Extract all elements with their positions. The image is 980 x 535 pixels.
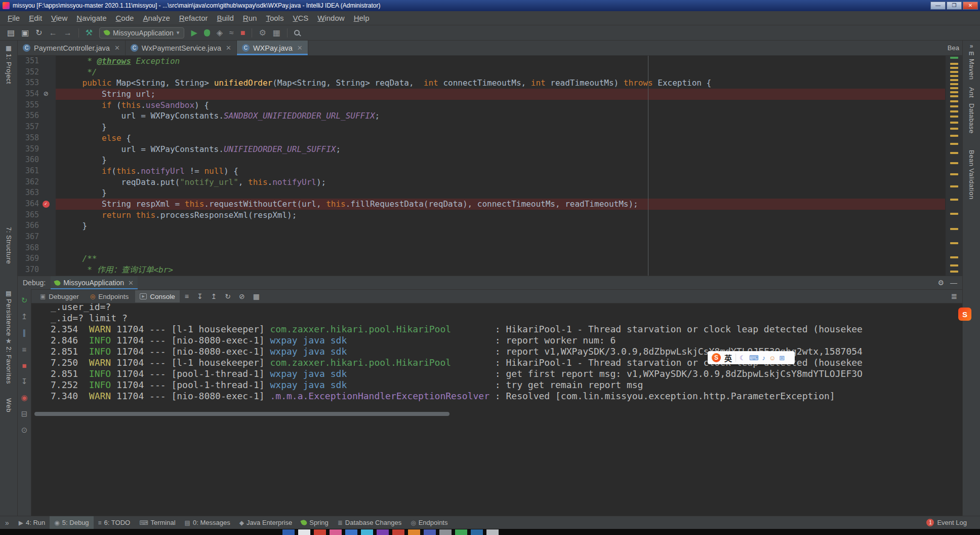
menu-navigate[interactable]: Navigate [72,11,111,25]
console-toolbar-icon[interactable]: ↻ [222,292,234,300]
right-stripe-item-bean-validation[interactable]: Bean Validation [963,150,980,200]
stop-icon[interactable]: ■ [240,29,246,37]
tab-wxpay.java[interactable]: CWXPay.java✕ [237,41,308,55]
right-stripe-item-maven[interactable]: Maven [963,59,980,80]
scroll-to-end-icon[interactable]: ↧ [21,373,28,390]
code-text[interactable]: if (this.useSandbox) { [56,100,945,111]
coverage-icon[interactable]: ◈ [217,29,223,37]
code-text[interactable]: String respXml = this.requestWithoutCert… [56,199,945,210]
error-stripe-mark[interactable] [950,75,958,77]
statusbar-spring[interactable]: Spring [297,516,333,529]
code-text[interactable]: public Map<String, String> unifiedOrder(… [56,78,945,89]
menu-help[interactable]: Help [349,11,374,25]
error-stripe-mark[interactable] [950,173,958,175]
error-stripe-mark[interactable] [950,83,958,85]
error-stripe-mark[interactable] [950,122,958,124]
breakpoint-icon[interactable]: ✓ [43,201,50,208]
menu-window[interactable]: Window [313,11,349,25]
gutter[interactable]: 354⊘ [18,89,56,100]
right-stripe-item-ant[interactable]: Ant [963,87,980,98]
error-stripe-mark[interactable] [950,256,958,258]
code-text[interactable]: } [56,122,945,133]
statusbar-6-todo[interactable]: ≡6: TODO [94,516,135,529]
search-icon[interactable] [294,30,300,35]
gutter[interactable]: 365 [18,210,56,221]
minimize-button[interactable]: — [930,2,946,10]
error-stripe-mark[interactable] [950,57,958,59]
error-stripe-mark[interactable] [950,135,958,137]
right-stripe-item[interactable]: » [963,43,980,50]
left-stripe-item-1-project[interactable]: ▦1: Project [0,45,17,84]
code-text[interactable]: } [56,187,945,199]
taskbar-app-icon[interactable] [330,529,342,535]
error-stripe-mark[interactable] [950,100,958,102]
run-icon[interactable]: ▶ [191,29,197,37]
error-stripe-mark[interactable] [950,242,958,244]
code-text[interactable]: /** [56,253,945,264]
error-stripe-mark[interactable] [950,128,958,130]
gutter[interactable]: 364✓ [18,199,56,210]
gutter[interactable]: 356 [18,110,56,122]
settings-icon[interactable]: ⚙ [259,29,266,37]
taskbar-app-icon[interactable] [298,529,310,535]
code-text[interactable]: else { [56,133,945,144]
windows-taskbar[interactable] [0,529,980,535]
code-text[interactable]: String url; [56,89,945,100]
debug-session-tab[interactable]: MissyouApplication ✕ [51,276,138,289]
code-text[interactable]: return this.processResponseXml(respXml); [56,210,945,221]
code-text[interactable]: url = WXPayConstants.UNIFIEDORDER_URL_SU… [56,144,945,155]
error-stripe-mark[interactable] [950,264,958,266]
code-editor[interactable]: 351 * @throws Exception352 */353 public … [18,56,945,276]
ime-tool-icon[interactable]: ☾ [740,354,746,362]
save-all-icon[interactable]: ▣ [21,29,29,37]
screenshot-icon[interactable]: ⊙ [21,422,28,438]
gutter[interactable]: 352 [18,67,56,78]
gutter[interactable]: 368 [18,243,56,254]
disabled-breakpoint-icon[interactable]: ⊘ [44,90,48,98]
statusbar-5-debug[interactable]: ◉5: Debug [50,516,93,529]
toolwindow-switcher-icon[interactable]: » [0,519,14,527]
sync-icon[interactable]: ↻ [35,29,42,37]
open-icon[interactable]: ▤ [7,29,15,37]
right-stripe-item[interactable]: m [963,50,980,57]
menu-file[interactable]: File [3,11,24,25]
error-stripe-mark[interactable] [950,143,958,145]
code-text[interactable] [56,232,945,243]
close-icon[interactable]: ✕ [297,44,303,52]
taskbar-app-icon[interactable] [282,529,295,535]
menu-refactor[interactable]: Refactor [175,11,213,25]
statusbar-java-enterprise[interactable]: ◆Java Enterprise [235,516,297,529]
code-text[interactable]: * @throws Exception [56,56,945,67]
right-stripe-item-database[interactable]: Database [963,103,980,134]
left-stripe-item-web[interactable]: Web [0,398,17,412]
code-text[interactable]: * 作用：查询订单<br> [56,264,945,276]
console-toolbar-icon[interactable]: ⊘ [236,292,248,300]
code-text[interactable] [56,243,945,254]
error-stripe-mark[interactable] [950,63,958,65]
error-stripe-mark[interactable] [950,71,958,73]
tab-debugger[interactable]: ▣Debugger [35,290,84,302]
jump-icon[interactable]: ↥ [21,309,28,325]
close-icon[interactable]: ✕ [114,44,120,52]
restore-layout-icon[interactable]: ≡ [22,341,27,357]
tab-endpoints[interactable]: ◎Endpoints [86,290,134,302]
console-toolbar-icon[interactable]: ↥ [208,292,220,300]
gutter[interactable]: 362 [18,177,56,188]
error-stripe-mark[interactable] [950,87,958,89]
gutter[interactable]: 366 [18,220,56,232]
profiler-icon[interactable]: ≈ [229,29,234,37]
error-stripe-mark[interactable] [950,185,958,187]
hide-icon[interactable]: — [950,279,957,287]
error-stripe-mark[interactable] [950,152,958,154]
sogou-dock-icon[interactable]: S [958,308,971,321]
debug-icon[interactable] [204,29,210,36]
layout-settings-icon[interactable]: ≣ [951,292,957,301]
statusbar-terminal[interactable]: ⌨Terminal [135,516,180,529]
taskbar-app-icon[interactable] [314,529,326,535]
left-stripe-item-persistence[interactable]: ▤Persistence [0,290,17,336]
error-stripe-mark[interactable] [950,95,958,97]
error-stripe-mark[interactable] [950,110,958,112]
event-log-button[interactable]: 1 Event Log [926,519,980,526]
gutter[interactable]: 369 [18,253,56,264]
tab-wxpaymentservice.java[interactable]: CWxPaymentService.java✕ [126,41,237,55]
